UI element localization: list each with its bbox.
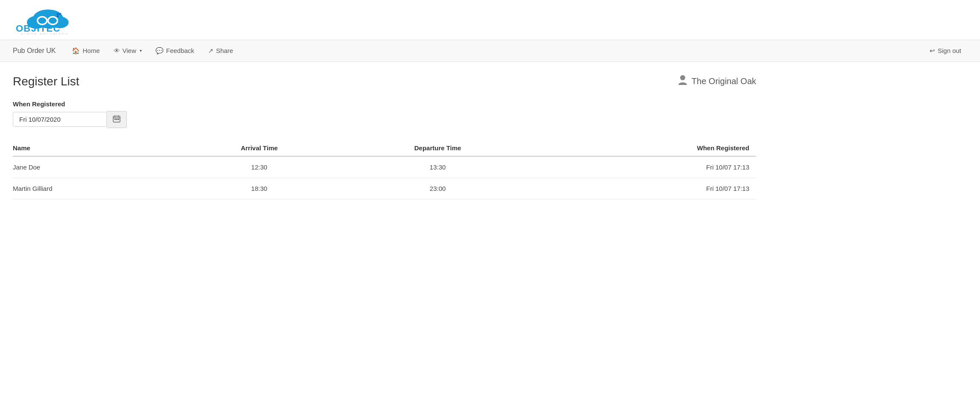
cell-departure: 13:30 bbox=[343, 156, 539, 178]
nav-feedback-label: Feedback bbox=[166, 47, 194, 54]
home-icon: 🏠 bbox=[72, 47, 80, 55]
col-departure: Departure Time bbox=[343, 140, 539, 156]
cell-departure: 23:00 bbox=[343, 178, 539, 199]
svg-rect-18 bbox=[118, 119, 119, 120]
user-icon bbox=[678, 75, 687, 88]
navbar-brand: Pub Order UK bbox=[13, 47, 56, 55]
cell-arrival: 18:30 bbox=[182, 178, 343, 199]
chevron-down-icon: ▾ bbox=[140, 48, 142, 53]
page-header-row: Register List The Original Oak bbox=[13, 75, 756, 88]
svg-rect-7 bbox=[59, 13, 61, 15]
register-table: Name Arrival Time Departure Time When Re… bbox=[13, 140, 756, 199]
nav-home-label: Home bbox=[82, 47, 100, 54]
signout-label: Sign out bbox=[938, 47, 961, 54]
svg-rect-8 bbox=[57, 15, 59, 17]
svg-text:CLOUD SOLUTIONS: CLOUD SOLUTIONS bbox=[21, 33, 69, 34]
cell-name: Jane Doe bbox=[13, 156, 182, 178]
filter-section: When Registered bbox=[13, 100, 756, 128]
nav-home[interactable]: 🏠 Home bbox=[66, 44, 106, 57]
svg-rect-17 bbox=[116, 119, 117, 120]
calendar-icon bbox=[113, 115, 120, 124]
feedback-icon: 💬 bbox=[156, 47, 164, 55]
nav-share[interactable]: ↗ Share bbox=[202, 44, 239, 57]
nav-view-label: View bbox=[123, 47, 136, 54]
svg-point-11 bbox=[680, 75, 685, 80]
nav-share-label: Share bbox=[216, 47, 233, 54]
date-input-group bbox=[13, 111, 756, 128]
logo-image: OBJITEC CLOUD SOLUTIONS bbox=[13, 8, 107, 34]
cell-arrival: 12:30 bbox=[182, 156, 343, 178]
nav-feedback[interactable]: 💬 Feedback bbox=[150, 44, 200, 57]
cell-registered: Fri 10/07 17:13 bbox=[540, 156, 756, 178]
col-registered: When Registered bbox=[540, 140, 756, 156]
venue-name: The Original Oak bbox=[692, 76, 756, 86]
date-input[interactable] bbox=[13, 112, 107, 127]
cell-registered: Fri 10/07 17:13 bbox=[540, 178, 756, 199]
svg-rect-16 bbox=[114, 119, 116, 120]
col-arrival: Arrival Time bbox=[182, 140, 343, 156]
cell-name: Martin Gilliard bbox=[13, 178, 182, 199]
date-picker-button[interactable] bbox=[107, 111, 127, 128]
signout-icon: ↩ bbox=[930, 47, 935, 55]
nav-view[interactable]: 👁 View ▾ bbox=[108, 44, 148, 57]
venue-info: The Original Oak bbox=[678, 75, 756, 88]
table-header: Name Arrival Time Departure Time When Re… bbox=[13, 140, 756, 156]
svg-text:OBJITEC: OBJITEC bbox=[16, 23, 61, 34]
logo-area: OBJITEC CLOUD SOLUTIONS bbox=[0, 0, 980, 40]
share-icon: ↗ bbox=[208, 47, 214, 55]
navbar: Pub Order UK 🏠 Home 👁 View ▾ 💬 Feedback … bbox=[0, 40, 980, 62]
page-content: Register List The Original Oak When Regi… bbox=[0, 62, 769, 212]
table-row: Jane Doe 12:30 13:30 Fri 10/07 17:13 bbox=[13, 156, 756, 178]
table-row: Martin Gilliard 18:30 23:00 Fri 10/07 17… bbox=[13, 178, 756, 199]
svg-rect-6 bbox=[57, 13, 59, 15]
col-name: Name bbox=[13, 140, 182, 156]
page-title: Register List bbox=[13, 75, 79, 88]
eye-icon: 👁 bbox=[114, 47, 120, 54]
navbar-items: 🏠 Home 👁 View ▾ 💬 Feedback ↗ Share bbox=[66, 44, 923, 57]
filter-label: When Registered bbox=[13, 100, 756, 108]
table-header-row: Name Arrival Time Departure Time When Re… bbox=[13, 140, 756, 156]
table-body: Jane Doe 12:30 13:30 Fri 10/07 17:13 Mar… bbox=[13, 156, 756, 199]
signout-button[interactable]: ↩ Sign out bbox=[924, 44, 967, 57]
